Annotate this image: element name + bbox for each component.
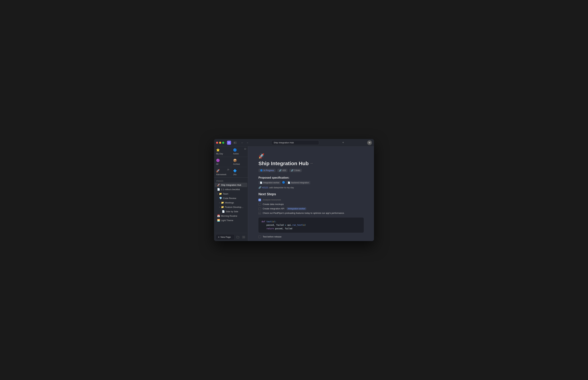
doc-status-label: In Progress [264, 169, 274, 172]
sidebar-item-rollout-checklist[interactable]: 📄 2.1 rollout checklist [215, 187, 247, 191]
checkbox-mockups[interactable] [258, 203, 261, 206]
svg-rect-2 [235, 142, 236, 143]
devweeek-label: #devweeek [216, 173, 229, 176]
backend-integration-icon: 📄 [288, 182, 290, 184]
active-icon: 🔵 [233, 148, 246, 152]
archive-icon: 📦 [233, 158, 246, 162]
footer-folder-button[interactable] [235, 235, 240, 240]
shortcuts-grid: ⭐ My Day 12 🔵 Active 🟣 All 📦 Archive [214, 147, 248, 178]
my-day-label: My Day [216, 152, 229, 155]
ship-hub-label: Ship Integration Hub [221, 184, 245, 186]
proposed-spec-heading: Proposed specification: [258, 176, 364, 179]
app-window: A ← → + M ⭐ My Day [214, 139, 374, 241]
shortcut-all[interactable]: 🟣 All [214, 157, 231, 167]
svg-rect-3 [235, 143, 236, 144]
sidebar: ⭐ My Day 12 🔵 Active 🟣 All 📦 Archive [214, 147, 248, 241]
new-page-button[interactable]: + New Page [216, 234, 235, 240]
devweeek-badge: 29 [227, 169, 229, 171]
footer-layout-button[interactable] [241, 235, 246, 240]
shortcut-my-day[interactable]: ⭐ My Day [214, 147, 231, 157]
doc-links-tag[interactable]: 🔗 5 links [289, 169, 302, 172]
code-line-2: passed, failed = api.run_test(x) [262, 223, 361, 227]
checkbox-pied-piper[interactable]: — [258, 212, 261, 214]
team-children: 💎 Code Review ▸ 📁 Meetings ▾ 📁 Feature D… [214, 196, 248, 214]
user-avatar[interactable]: M [367, 140, 372, 145]
maximize-button[interactable] [222, 142, 224, 144]
main-content: ⭐ My Day 12 🔵 Active 🟣 All 📦 Archive [214, 147, 374, 241]
sidebar-item-feature-development[interactable]: ▾ 📁 Feature Development [217, 205, 247, 209]
close-button[interactable] [216, 142, 218, 144]
add-tab-button[interactable]: + [341, 140, 345, 145]
checkbox-api[interactable] [258, 208, 261, 210]
doc-title: Ship Integration Hub ··· [258, 161, 364, 166]
checklist-label-mockups: Create data mockups [263, 203, 284, 206]
doc-area: 🚀 Ship Integration Hub ··· 🔵 In Progress… [248, 147, 374, 241]
forward-button[interactable]: → [245, 141, 250, 145]
sidebar-item-side-by-side[interactable]: 📄 Side by Side [220, 209, 247, 214]
shortcut-active[interactable]: 12 🔵 Active [231, 147, 248, 157]
doc-more-button[interactable]: ··· [310, 162, 313, 165]
svg-rect-1 [235, 142, 236, 142]
checklist-label-pied-piper: Check out PiedPiper's preloading feature… [263, 212, 344, 214]
meetings-icon: 📁 [221, 201, 224, 204]
code-line-3: return passed, failed [262, 227, 361, 230]
shortcut-jira[interactable]: 🔷 Jira [231, 167, 248, 177]
active-label: Active [233, 152, 246, 155]
sidebar-item-morning-routine[interactable]: 📅 Morning Routine [215, 214, 247, 218]
checklist-item-pied-piper: — Check out PiedPiper's preloading featu… [258, 212, 364, 214]
search-bar[interactable] [271, 140, 319, 145]
code-review-icon: 💎 [219, 197, 222, 200]
sidebar-item-meetings[interactable]: ▸ 📁 Meetings [217, 200, 247, 205]
workspace-avatar[interactable]: A [227, 141, 231, 145]
integration-worker-label: integration worker [263, 182, 279, 184]
devweeek-icon: 🚀 [216, 169, 229, 173]
issue-link-icon: 🔗 [258, 186, 261, 189]
doc-title-text: Ship Integration Hub [258, 161, 309, 166]
minimize-button[interactable] [219, 142, 221, 144]
sidebar-item-team[interactable]: ▾ 📁 Team [215, 191, 247, 196]
integration-worker-tag[interactable]: #integration-worker [287, 207, 306, 210]
ship-hub-icon: 🚀 [217, 184, 220, 186]
checklist-item-test: Test before release [258, 235, 364, 238]
shortcut-devweeek[interactable]: 29 🚀 #devweeek [214, 167, 231, 177]
search-input[interactable] [271, 140, 319, 145]
checklist: ✓ Analyze resources Create data mockups … [258, 198, 364, 214]
next-steps-heading: Next Steps [258, 192, 364, 196]
back-button[interactable]: ← [240, 141, 245, 145]
doc-links-count: 5 links [294, 169, 300, 172]
title-bar: A ← → + M [214, 139, 374, 147]
feature-dev-children: 📄 Side by Side [217, 209, 248, 214]
jira-label: Jira [233, 173, 246, 176]
code-review-label: Code Review [223, 197, 245, 200]
spec-link-integration-worker[interactable]: 📄 integration worker [258, 181, 281, 184]
feature-dev-expand-arrow: ▾ [219, 206, 220, 208]
sidebar-item-light-theme[interactable]: 🌅 Light Theme [215, 218, 247, 223]
integration-worker-icon: 📄 [260, 182, 262, 184]
doc-emoji: 🚀 [258, 153, 364, 159]
checklist-item-analyze: ✓ Analyze resources [258, 198, 364, 201]
sidebar-item-code-review[interactable]: 💎 Code Review [217, 196, 247, 200]
doc-status-tag[interactable]: 🔵 In Progress [258, 169, 276, 172]
my-day-icon: ⭐ [216, 148, 229, 152]
side-by-side-label: Side by Side [226, 210, 245, 213]
spec-links-row: 📄 integration worker 🔵 📄 backend integra… [258, 181, 364, 184]
checkbox-analyze[interactable]: ✓ [258, 199, 261, 201]
spec-link-backend-integration[interactable]: 📄 backend integration [286, 181, 310, 184]
feature-dev-label: Feature Development [225, 206, 245, 208]
light-theme-label: Light Theme [221, 219, 245, 222]
shortcut-archive[interactable]: 📦 Archive [231, 157, 248, 167]
checkbox-test[interactable] [258, 236, 261, 238]
issue-ref[interactable]: #2121 [262, 186, 268, 189]
issue-link-row: 🔗 #2121 add datepicker to my day [258, 186, 364, 189]
morning-routine-icon: 📅 [217, 214, 220, 217]
team-icon: 📁 [219, 192, 222, 195]
team-expand-arrow: ▾ [217, 193, 218, 195]
doc-issues-tag[interactable]: 🔗 426 [277, 169, 287, 172]
active-badge: 12 [244, 148, 246, 150]
team-label: Team [223, 192, 245, 195]
archive-label: Archive [233, 163, 246, 165]
sidebar-toggle-button[interactable] [233, 141, 237, 145]
status-dot: 🔵 [260, 169, 263, 172]
checklist-label-api: Create integration API [263, 207, 284, 210]
sidebar-item-ship-integration-hub[interactable]: 🚀 Ship Integration Hub [215, 183, 247, 187]
